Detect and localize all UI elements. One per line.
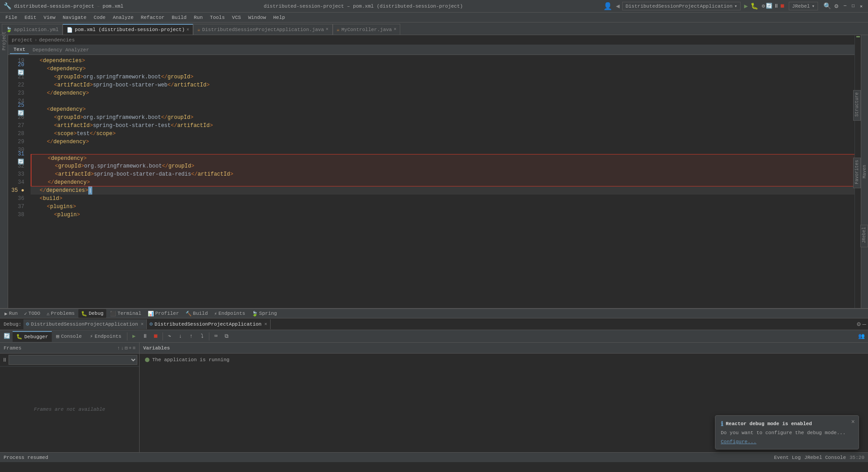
- frames-empty-message: Frames are not available: [0, 367, 139, 452]
- step-out-btn[interactable]: ↑: [186, 331, 196, 341]
- left-sidebar: Project: [0, 35, 8, 308]
- code-line-31: <dependency>: [31, 154, 854, 162]
- bbar-tab-spring[interactable]: 🍃 Spring: [249, 309, 280, 318]
- menu-window[interactable]: Window: [244, 14, 270, 21]
- frames-down-btn[interactable]: ↓: [121, 345, 124, 351]
- frames-label: Frames: [4, 345, 22, 351]
- code-line-36: <build>: [31, 195, 854, 203]
- jrebel-side-tab[interactable]: JRebel: [860, 225, 868, 247]
- step-over-btn[interactable]: ↷: [165, 331, 175, 341]
- favorites-side-tab[interactable]: Favorites: [853, 158, 861, 188]
- close-tab-pom[interactable]: ×: [186, 27, 189, 32]
- code-line-32: <groupId>org.springframework.boot</group…: [31, 162, 854, 170]
- debugger-tab[interactable]: 🐛 Debugger: [13, 331, 52, 342]
- run-to-cursor-btn[interactable]: ⤵: [197, 331, 207, 341]
- jrebel-console-btn[interactable]: JRebel Console: [805, 455, 846, 460]
- structure-side-tab[interactable]: Structure: [853, 90, 861, 121]
- maximize-btn[interactable]: □: [850, 3, 856, 9]
- menu-file[interactable]: File: [2, 14, 21, 21]
- menu-tools[interactable]: Tools: [206, 14, 228, 21]
- close-tab-ctrl[interactable]: ×: [393, 27, 396, 32]
- frames-add-btn[interactable]: +: [129, 345, 132, 351]
- tab-mycontroller-java[interactable]: ☕ MyController.java ×: [333, 24, 401, 35]
- restart-btn[interactable]: 🔄: [2, 331, 12, 341]
- menu-run[interactable]: Run: [190, 14, 206, 21]
- code-line-35: </dependencies>|: [31, 186, 854, 195]
- close-btn[interactable]: ✕: [858, 3, 864, 9]
- frames-btn[interactable]: ⧉: [222, 331, 232, 341]
- endpoints-tab[interactable]: ⚡ Endpoints: [86, 331, 125, 342]
- running-indicator: [145, 358, 149, 362]
- bbar-tab-problems[interactable]: ⚠ Problems: [44, 309, 77, 318]
- menu-edit[interactable]: Edit: [21, 14, 40, 21]
- menu-build[interactable]: Build: [168, 14, 190, 21]
- notification-close[interactable]: ×: [851, 418, 855, 426]
- tab-application-yml[interactable]: 🍃 application.yml: [2, 24, 63, 35]
- info-icon: ℹ: [721, 420, 723, 428]
- line-numbers: 19 20 🔄 21 22 23 24 25 🔄 26 27 28 29 30 …: [8, 55, 31, 308]
- close-tab-app[interactable]: ×: [326, 27, 329, 32]
- menu-code[interactable]: Code: [90, 14, 109, 21]
- notification-title: ℹ Reactor debug mode is enabled: [721, 420, 853, 428]
- frames-select[interactable]: [9, 355, 137, 365]
- settings-icon[interactable]: ⚙: [835, 2, 838, 10]
- threads-btn[interactable]: 👥: [856, 331, 866, 341]
- step-into-btn[interactable]: ↓: [176, 331, 185, 341]
- bbar-tab-terminal[interactable]: ⬛ Terminal: [107, 309, 144, 318]
- notification-body: Do you want to configure the debug mode.…: [721, 430, 853, 436]
- menu-help[interactable]: Help: [270, 14, 289, 21]
- file-name: pom.xml: [103, 4, 123, 9]
- debug-btn[interactable]: 🐛: [750, 2, 758, 10]
- frames-filter-btn[interactable]: ⊟: [125, 345, 128, 351]
- run-config-dropdown[interactable]: DistributedSessionProjectApplication ▾: [622, 2, 740, 10]
- status-right: Event Log JRebel Console 35:20: [774, 455, 864, 460]
- bbar-tab-build[interactable]: 🔨 Build: [183, 309, 211, 318]
- back-icon[interactable]: ◀: [616, 2, 619, 10]
- debug-label: Debug:: [2, 322, 23, 327]
- bbar-tab-profiler[interactable]: 📊 Profiler: [145, 309, 182, 318]
- variables-running: The application is running: [140, 354, 868, 366]
- frames-up-btn[interactable]: ↑: [117, 345, 120, 351]
- jrebel-dropdown[interactable]: JRebel ▾: [789, 2, 818, 10]
- configure-link[interactable]: Configure...: [721, 439, 756, 445]
- run-btn[interactable]: ▶: [744, 2, 748, 10]
- bbar-tab-todo[interactable]: ✓ TODO: [21, 309, 43, 318]
- profile-icon[interactable]: 👤: [603, 2, 612, 11]
- stop-btn[interactable]: ⏹: [151, 331, 161, 341]
- tab-application-java[interactable]: ☕ DistributedSessionProjectApplication.j…: [193, 24, 332, 35]
- bbar-tab-run[interactable]: ▶ Run: [2, 309, 20, 318]
- frames-more-btn[interactable]: ≡: [132, 345, 136, 351]
- bbar-tab-endpoints[interactable]: ⚡ Endpoints: [212, 309, 248, 318]
- minimize-btn[interactable]: ─: [842, 3, 848, 9]
- sidebar-project[interactable]: Project: [0, 37, 8, 45]
- resume-btn[interactable]: ▶: [129, 331, 139, 341]
- pause-frames-btn[interactable]: ⏸: [2, 357, 7, 363]
- notification-popup: ℹ Reactor debug mode is enabled Do you w…: [715, 415, 859, 449]
- menu-vcs[interactable]: VCS: [228, 14, 244, 21]
- menu-analyze[interactable]: Analyze: [109, 14, 137, 21]
- code-editor[interactable]: 19 20 🔄 21 22 23 24 25 🔄 26 27 28 29 30 …: [8, 55, 854, 308]
- menu-navigate[interactable]: Navigate: [59, 14, 90, 21]
- settings-icon[interactable]: ⚙: [857, 320, 860, 328]
- debug-session-2[interactable]: ⚙ DistributedSessionProjectApplication ×: [147, 319, 270, 329]
- debug-session-1[interactable]: ⚙ DistributedSessionProjectApplication ×: [23, 319, 147, 329]
- maven-panel[interactable]: Maven: [861, 35, 868, 308]
- menu-view[interactable]: View: [40, 14, 59, 21]
- toolbar-icons: ⚙ 🔄 ⏸ ⏹: [762, 3, 785, 9]
- text-subtab[interactable]: Text: [10, 46, 29, 54]
- variables-header: Variables: [140, 343, 868, 354]
- evaluate-btn[interactable]: ⌨: [211, 331, 221, 341]
- event-log-btn[interactable]: Event Log: [774, 455, 800, 460]
- code-line-30: [31, 146, 854, 154]
- minimize-debug-icon[interactable]: —: [863, 321, 866, 328]
- search-icon[interactable]: 🔍: [823, 2, 831, 10]
- tab-pom-xml[interactable]: 📄 pom.xml (distributed-session-project) …: [63, 24, 193, 35]
- cursor-position: 35:20: [850, 455, 864, 460]
- bbar-tab-debug[interactable]: 🐛 Debug: [78, 309, 106, 318]
- breadcrumb-project: project: [12, 37, 32, 43]
- menu-refactor[interactable]: Refactor: [137, 14, 168, 21]
- dep-analyzer-subtab[interactable]: Dependency Analyzer: [29, 46, 92, 54]
- pause-btn[interactable]: ⏸: [140, 331, 150, 341]
- console-tab[interactable]: ▤ Console: [53, 331, 86, 342]
- app-icon: 🔧: [4, 2, 11, 10]
